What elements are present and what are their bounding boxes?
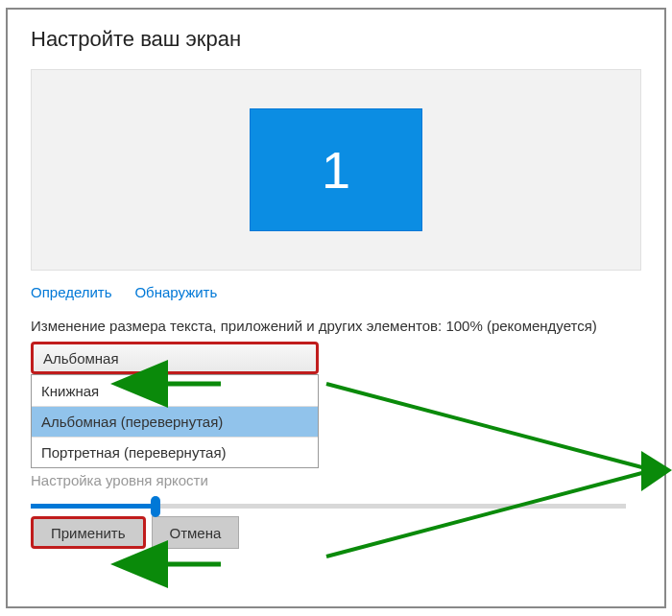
slider-thumb[interactable] xyxy=(151,496,160,517)
display-preview-panel: 1 xyxy=(31,69,641,271)
orientation-selected[interactable]: Альбомная xyxy=(31,342,319,374)
apply-button-label: Применить xyxy=(51,525,126,541)
orientation-option[interactable]: Портретная (перевернутая) xyxy=(32,437,318,467)
detect-link[interactable]: Обнаружить xyxy=(134,284,217,300)
brightness-slider[interactable] xyxy=(31,494,626,499)
slider-fill xyxy=(31,504,156,509)
apply-button[interactable]: Применить xyxy=(31,516,146,549)
scale-label: Изменение размера текста, приложений и д… xyxy=(31,318,641,334)
orientation-options-list: Книжная Альбомная (перевернутая) Портрет… xyxy=(31,374,319,468)
brightness-label: Настройка уровня яркости xyxy=(31,472,641,488)
identify-link[interactable]: Определить xyxy=(31,284,112,300)
cancel-button-label: Отмена xyxy=(170,525,222,541)
display-links-row: Определить Обнаружить xyxy=(31,284,641,300)
orientation-dropdown[interactable]: Альбомная Книжная Альбомная (перевернута… xyxy=(31,342,319,468)
orientation-option[interactable]: Альбомная (перевернутая) xyxy=(32,406,318,437)
monitor-thumbnail[interactable]: 1 xyxy=(250,108,422,231)
page-title: Настройте ваш экран xyxy=(31,27,641,52)
monitor-number: 1 xyxy=(322,140,350,200)
button-row: Применить Отмена xyxy=(31,516,641,549)
orientation-selected-text: Альбомная xyxy=(43,350,119,367)
cancel-button[interactable]: Отмена xyxy=(152,516,240,549)
orientation-option[interactable]: Книжная xyxy=(32,375,318,406)
